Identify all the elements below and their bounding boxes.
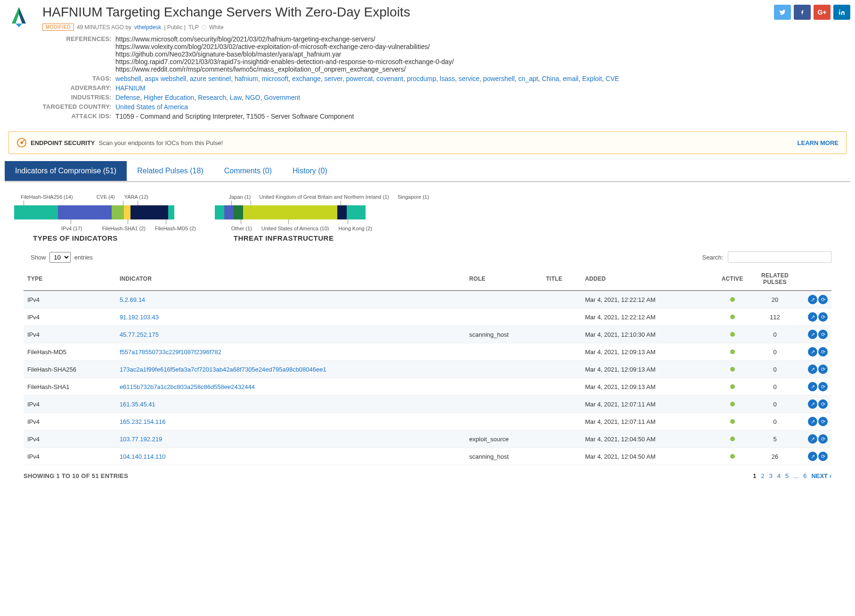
refresh-icon[interactable]: ⟳: [818, 330, 828, 339]
chart1-top-2: YARA (12): [115, 194, 148, 200]
tag-link[interactable]: aspx webshell: [145, 75, 186, 82]
col-title[interactable]: TITLE: [542, 267, 581, 291]
indicator-link[interactable]: 45.77.252.175: [120, 331, 159, 338]
refresh-icon[interactable]: ⟳: [818, 365, 828, 374]
chart2-top-0: Japan (1): [215, 194, 251, 200]
tag-link[interactable]: exchange: [292, 75, 321, 82]
industry-link[interactable]: Research: [198, 94, 226, 101]
share-icon[interactable]: ↗: [808, 382, 817, 391]
share-icon[interactable]: ↗: [808, 417, 817, 426]
attack-ids-label: ATT&CK IDS:: [42, 113, 115, 120]
tag-link[interactable]: procdump: [407, 75, 436, 82]
cell-role: [465, 378, 542, 396]
share-icon[interactable]: ↗: [808, 295, 817, 304]
tab[interactable]: Related Pulses (18): [127, 161, 214, 181]
col-added[interactable]: ADDED: [581, 267, 708, 291]
google-share-button[interactable]: G+: [814, 5, 831, 20]
industry-link[interactable]: Law: [230, 94, 242, 101]
industry-link[interactable]: Higher Education: [144, 94, 194, 101]
page-link[interactable]: 3: [769, 472, 773, 479]
page-link[interactable]: 2: [761, 472, 764, 479]
page-link[interactable]: 5: [785, 472, 789, 479]
next-button[interactable]: NEXT ›: [811, 472, 831, 479]
tag-link[interactable]: powercat: [346, 75, 373, 82]
share-icon[interactable]: ↗: [808, 452, 817, 461]
twitter-share-button[interactable]: [774, 5, 791, 20]
tag-link[interactable]: service: [458, 75, 479, 82]
col-active[interactable]: ACTIVE: [708, 267, 756, 291]
tag-link[interactable]: cn_apt: [518, 75, 538, 82]
adversary-link[interactable]: HAFNIUM: [115, 84, 146, 92]
tag-link[interactable]: CVE: [606, 75, 619, 82]
facebook-share-button[interactable]: [794, 5, 811, 20]
share-icon[interactable]: ↗: [808, 330, 817, 339]
col-related[interactable]: RELATED PULSES: [756, 267, 794, 291]
linkedin-share-button[interactable]: [833, 5, 850, 20]
industry-link[interactable]: Government: [264, 94, 300, 101]
cell-title: [542, 430, 581, 448]
industry-link[interactable]: NGO: [245, 94, 261, 101]
tag-link[interactable]: azure sentinel: [190, 75, 231, 82]
cell-title: [542, 378, 581, 396]
share-icon[interactable]: ↗: [808, 365, 817, 374]
cell-added: Mar 4, 2021, 12:04:50 AM: [581, 448, 708, 465]
col-indicator[interactable]: INDICATOR: [116, 267, 465, 291]
refresh-icon[interactable]: ⟳: [818, 452, 828, 461]
social-buttons: G+: [774, 5, 850, 20]
page-link[interactable]: 1: [753, 472, 756, 479]
author-link[interactable]: vthelpdesk: [134, 24, 161, 31]
tag-link[interactable]: China: [542, 75, 559, 82]
indicator-link[interactable]: e6115b732b7a1c2bc803a258c86d558ee2432444: [120, 383, 255, 390]
tag-link[interactable]: microsoft: [262, 75, 289, 82]
reference-link: https://blog.rapid7.com/2021/03/03/rapid…: [115, 58, 850, 65]
refresh-icon[interactable]: ⟳: [818, 434, 828, 444]
learn-more-link[interactable]: LEARN MORE: [798, 139, 839, 146]
indicator-link[interactable]: 161.35.45.41: [120, 401, 155, 408]
search-input[interactable]: [728, 251, 831, 263]
page-link[interactable]: 6: [803, 472, 806, 479]
chart1-bottom-2: FileHash-MD5 (2): [146, 226, 196, 231]
tag-link[interactable]: email: [563, 75, 578, 82]
indicator-link[interactable]: 165.232.154.116: [120, 418, 166, 425]
indicator-link[interactable]: 5.2.69.14: [120, 296, 145, 303]
refresh-icon[interactable]: ⟳: [818, 417, 828, 426]
share-icon[interactable]: ↗: [808, 312, 817, 322]
cell-title: [542, 448, 581, 465]
entries-select[interactable]: 10: [49, 252, 71, 263]
col-type[interactable]: TYPE: [24, 267, 116, 291]
tag-link[interactable]: powershell: [483, 75, 515, 82]
tag-link[interactable]: lsass: [440, 75, 455, 82]
refresh-icon[interactable]: ⟳: [818, 399, 828, 409]
col-role[interactable]: ROLE: [465, 267, 542, 291]
indicator-link[interactable]: 173ac2a1f99fe616f5efa3a7cf72013ab42a68f7…: [120, 366, 326, 373]
tag-link[interactable]: covenant: [376, 75, 403, 82]
entries-label: entries: [74, 254, 93, 261]
tab[interactable]: History (0): [282, 161, 338, 181]
indicator-link[interactable]: 104.140.114.110: [120, 453, 166, 460]
chart-segment: [224, 205, 234, 219]
indicator-link[interactable]: 103.77.192.219: [120, 436, 162, 443]
table-row: FileHash-SHA256 173ac2a1f99fe616f5efa3a7…: [24, 361, 831, 378]
tab[interactable]: Indicators of Compromise (51): [5, 161, 127, 181]
tab[interactable]: Comments (0): [214, 161, 282, 181]
share-icon[interactable]: ↗: [808, 434, 817, 444]
country-link[interactable]: United States of America: [115, 103, 188, 111]
indicator-link[interactable]: f557a178550733c229f1087f2396f782: [120, 349, 221, 356]
share-icon[interactable]: ↗: [808, 347, 817, 357]
refresh-icon[interactable]: ⟳: [818, 347, 828, 357]
page-link[interactable]: 4: [777, 472, 781, 479]
chart1-bottom-0: IPv4 (17): [14, 226, 82, 231]
industry-link[interactable]: Defense: [115, 94, 140, 101]
tag-link[interactable]: hafnium: [235, 75, 258, 82]
active-dot-icon: [730, 419, 735, 424]
indicator-link[interactable]: 91.192.103.43: [120, 314, 159, 321]
tag-link[interactable]: Exploit: [582, 75, 602, 82]
refresh-icon[interactable]: ⟳: [818, 295, 828, 304]
tag-link[interactable]: webshell: [115, 75, 141, 82]
adversary-label: ADVERSARY:: [42, 84, 115, 92]
table-row: FileHash-SHA1 e6115b732b7a1c2bc803a258c8…: [24, 378, 831, 396]
refresh-icon[interactable]: ⟳: [818, 382, 828, 391]
tag-link[interactable]: server: [325, 75, 342, 82]
refresh-icon[interactable]: ⟳: [818, 312, 828, 322]
share-icon[interactable]: ↗: [808, 399, 817, 409]
